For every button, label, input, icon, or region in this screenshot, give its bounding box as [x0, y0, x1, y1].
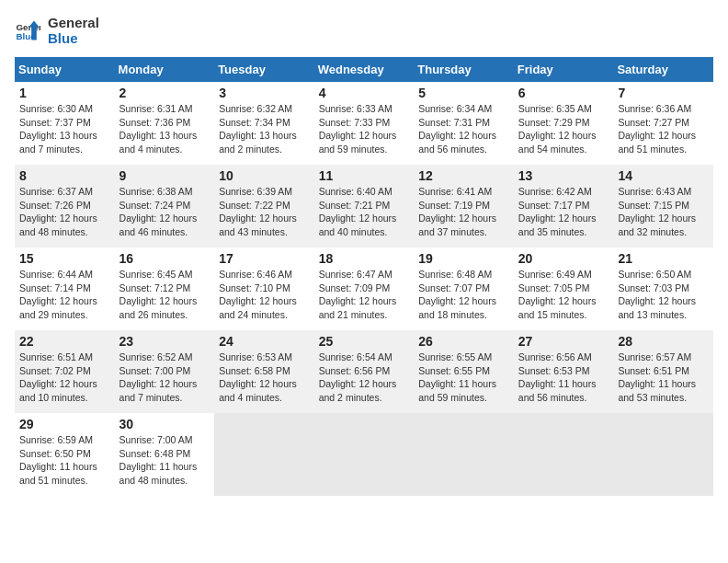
day-number: 23 — [119, 334, 210, 349]
page-header: General Blue General Blue — [15, 15, 713, 46]
header-wednesday: Wednesday — [314, 57, 415, 82]
calendar-cell: 16 Sunrise: 6:45 AMSunset: 7:12 PMDaylig… — [115, 247, 215, 330]
day-info: Sunrise: 6:43 AMSunset: 7:15 PMDaylight:… — [618, 185, 709, 239]
calendar-cell: 28 Sunrise: 6:57 AMSunset: 6:51 PMDaylig… — [613, 330, 713, 413]
day-number: 8 — [19, 168, 110, 183]
calendar-cell: 29 Sunrise: 6:59 AMSunset: 6:50 PMDaylig… — [15, 413, 115, 496]
day-info: Sunrise: 6:57 AMSunset: 6:51 PMDaylight:… — [618, 350, 709, 405]
day-number: 12 — [418, 168, 509, 183]
header-friday: Friday — [514, 57, 614, 82]
calendar-cell: 23 Sunrise: 6:52 AMSunset: 7:00 PMDaylig… — [115, 330, 215, 413]
calendar-cell: 20 Sunrise: 6:49 AMSunset: 7:05 PMDaylig… — [514, 247, 614, 330]
day-number: 1 — [19, 86, 110, 100]
day-number: 14 — [618, 168, 709, 183]
calendar-cell: 2 Sunrise: 6:31 AMSunset: 7:36 PMDayligh… — [115, 82, 215, 165]
calendar-cell: 15 Sunrise: 6:44 AMSunset: 7:14 PMDaylig… — [15, 247, 115, 330]
calendar-cell: 6 Sunrise: 6:35 AMSunset: 7:29 PMDayligh… — [514, 82, 614, 165]
day-number: 9 — [119, 168, 210, 183]
days-header-row: Sunday Monday Tuesday Wednesday Thursday… — [15, 57, 713, 82]
calendar-cell — [613, 413, 713, 496]
logo-text-general: General — [48, 15, 99, 30]
day-number: 2 — [119, 86, 210, 100]
day-number: 13 — [518, 168, 609, 183]
day-info: Sunrise: 6:55 AMSunset: 6:55 PMDaylight:… — [418, 350, 509, 405]
calendar-cell: 10 Sunrise: 6:39 AMSunset: 7:22 PMDaylig… — [214, 165, 314, 247]
day-info: Sunrise: 6:48 AMSunset: 7:07 PMDaylight:… — [418, 268, 509, 322]
day-info: Sunrise: 7:00 AMSunset: 6:48 PMDaylight:… — [119, 433, 210, 488]
calendar-cell: 22 Sunrise: 6:51 AMSunset: 7:02 PMDaylig… — [15, 330, 115, 413]
week-row-4: 22 Sunrise: 6:51 AMSunset: 7:02 PMDaylig… — [15, 330, 713, 413]
logo-icon: General Blue — [15, 17, 40, 43]
calendar-cell: 26 Sunrise: 6:55 AMSunset: 6:55 PMDaylig… — [414, 330, 514, 413]
calendar-cell: 4 Sunrise: 6:33 AMSunset: 7:33 PMDayligh… — [314, 82, 415, 165]
calendar-cell: 11 Sunrise: 6:40 AMSunset: 7:21 PMDaylig… — [314, 165, 415, 247]
calendar-cell: 12 Sunrise: 6:41 AMSunset: 7:19 PMDaylig… — [414, 165, 514, 247]
calendar-cell: 27 Sunrise: 6:56 AMSunset: 6:53 PMDaylig… — [514, 330, 614, 413]
day-info: Sunrise: 6:49 AMSunset: 7:05 PMDaylight:… — [518, 268, 609, 322]
day-info: Sunrise: 6:45 AMSunset: 7:12 PMDaylight:… — [119, 268, 210, 322]
day-info: Sunrise: 6:47 AMSunset: 7:09 PMDaylight:… — [319, 268, 410, 322]
calendar-cell: 5 Sunrise: 6:34 AMSunset: 7:31 PMDayligh… — [414, 82, 514, 165]
day-number: 16 — [119, 251, 210, 266]
week-row-5: 29 Sunrise: 6:59 AMSunset: 6:50 PMDaylig… — [15, 413, 713, 496]
day-number: 22 — [19, 334, 110, 349]
calendar-cell: 19 Sunrise: 6:48 AMSunset: 7:07 PMDaylig… — [414, 247, 514, 330]
day-info: Sunrise: 6:42 AMSunset: 7:17 PMDaylight:… — [518, 185, 609, 239]
day-number: 10 — [219, 168, 310, 183]
day-info: Sunrise: 6:54 AMSunset: 6:56 PMDaylight:… — [319, 350, 410, 405]
calendar-cell: 24 Sunrise: 6:53 AMSunset: 6:58 PMDaylig… — [214, 330, 314, 413]
day-info: Sunrise: 6:34 AMSunset: 7:31 PMDaylight:… — [418, 102, 509, 156]
day-number: 4 — [319, 86, 410, 100]
day-info: Sunrise: 6:40 AMSunset: 7:21 PMDaylight:… — [319, 185, 410, 239]
header-saturday: Saturday — [613, 57, 713, 82]
calendar-cell: 30 Sunrise: 7:00 AMSunset: 6:48 PMDaylig… — [115, 413, 215, 496]
day-number: 26 — [418, 334, 509, 349]
day-info: Sunrise: 6:50 AMSunset: 7:03 PMDaylight:… — [618, 268, 709, 322]
day-number: 28 — [618, 334, 709, 349]
calendar-cell: 25 Sunrise: 6:54 AMSunset: 6:56 PMDaylig… — [314, 330, 415, 413]
logo-text-blue: Blue — [48, 30, 99, 46]
day-info: Sunrise: 6:37 AMSunset: 7:26 PMDaylight:… — [19, 185, 110, 239]
calendar-cell: 7 Sunrise: 6:36 AMSunset: 7:27 PMDayligh… — [613, 82, 713, 165]
day-number: 30 — [119, 417, 210, 431]
day-info: Sunrise: 6:33 AMSunset: 7:33 PMDaylight:… — [319, 102, 410, 156]
week-row-1: 1 Sunrise: 6:30 AMSunset: 7:37 PMDayligh… — [15, 82, 713, 165]
day-info: Sunrise: 6:52 AMSunset: 7:00 PMDaylight:… — [119, 350, 210, 405]
day-number: 24 — [219, 334, 310, 349]
day-number: 7 — [618, 86, 709, 100]
day-info: Sunrise: 6:39 AMSunset: 7:22 PMDaylight:… — [219, 185, 310, 239]
day-number: 27 — [518, 334, 609, 349]
day-info: Sunrise: 6:53 AMSunset: 6:58 PMDaylight:… — [219, 350, 310, 405]
day-number: 15 — [19, 251, 110, 266]
logo: General Blue General Blue — [15, 15, 99, 46]
calendar-cell: 17 Sunrise: 6:46 AMSunset: 7:10 PMDaylig… — [214, 247, 314, 330]
week-row-3: 15 Sunrise: 6:44 AMSunset: 7:14 PMDaylig… — [15, 247, 713, 330]
calendar-cell: 9 Sunrise: 6:38 AMSunset: 7:24 PMDayligh… — [115, 165, 215, 247]
calendar-cell: 21 Sunrise: 6:50 AMSunset: 7:03 PMDaylig… — [613, 247, 713, 330]
calendar-cell: 8 Sunrise: 6:37 AMSunset: 7:26 PMDayligh… — [15, 165, 115, 247]
day-info: Sunrise: 6:32 AMSunset: 7:34 PMDaylight:… — [219, 102, 310, 156]
day-number: 21 — [618, 251, 709, 266]
day-info: Sunrise: 6:41 AMSunset: 7:19 PMDaylight:… — [418, 185, 509, 239]
day-number: 29 — [19, 417, 110, 431]
day-number: 25 — [319, 334, 410, 349]
calendar-cell — [314, 413, 415, 496]
calendar-cell: 3 Sunrise: 6:32 AMSunset: 7:34 PMDayligh… — [214, 82, 314, 165]
day-number: 19 — [418, 251, 509, 266]
day-number: 11 — [319, 168, 410, 183]
calendar-cell — [414, 413, 514, 496]
header-tuesday: Tuesday — [214, 57, 314, 82]
header-sunday: Sunday — [15, 57, 115, 82]
header-thursday: Thursday — [414, 57, 514, 82]
day-info: Sunrise: 6:35 AMSunset: 7:29 PMDaylight:… — [518, 102, 609, 156]
day-number: 17 — [219, 251, 310, 266]
day-info: Sunrise: 6:59 AMSunset: 6:50 PMDaylight:… — [19, 433, 110, 488]
day-number: 3 — [219, 86, 310, 100]
day-info: Sunrise: 6:36 AMSunset: 7:27 PMDaylight:… — [618, 102, 709, 156]
day-number: 5 — [418, 86, 509, 100]
calendar-cell — [514, 413, 614, 496]
calendar-cell — [214, 413, 314, 496]
week-row-2: 8 Sunrise: 6:37 AMSunset: 7:26 PMDayligh… — [15, 165, 713, 247]
day-info: Sunrise: 6:31 AMSunset: 7:36 PMDaylight:… — [119, 102, 210, 156]
day-info: Sunrise: 6:51 AMSunset: 7:02 PMDaylight:… — [19, 350, 110, 405]
